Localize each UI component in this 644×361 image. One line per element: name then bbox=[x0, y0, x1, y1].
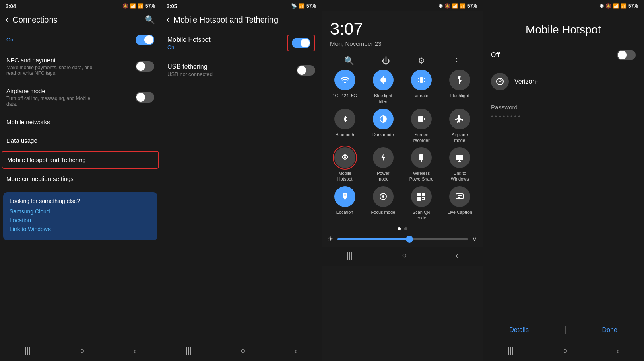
back-nav-icon-1[interactable]: ‹ bbox=[134, 346, 136, 355]
scanqr-tile-label: Scan QRcode bbox=[413, 209, 431, 221]
qs-tile-flashlight[interactable]: Flashlight bbox=[443, 70, 477, 105]
svg-rect-3 bbox=[420, 77, 423, 83]
on-toggle-item[interactable]: On bbox=[0, 29, 161, 51]
nfc-item[interactable]: NFC and payment Make mobile payments, sh… bbox=[0, 51, 161, 82]
qs-more-icon[interactable]: ⋮ bbox=[453, 56, 461, 66]
airplane-tile-label: Airplanemode bbox=[452, 132, 468, 144]
location-tile-label: Location bbox=[336, 209, 353, 215]
svg-point-32 bbox=[499, 81, 501, 82]
mh-toggle-row[interactable]: Off bbox=[483, 44, 644, 66]
mh-details-button[interactable]: Details bbox=[509, 326, 529, 334]
livecaption-tile-label: Live Caption bbox=[448, 209, 472, 215]
svg-rect-14 bbox=[456, 155, 463, 160]
hotspot-header: ‹ Mobile Hotspot and Tethering bbox=[161, 11, 322, 29]
focusmode-tile-icon bbox=[373, 186, 394, 207]
mobile-networks-item[interactable]: Mobile networks bbox=[0, 113, 161, 131]
powershare-tile-icon bbox=[411, 147, 432, 168]
hotspot-toggle-box bbox=[287, 35, 315, 51]
svg-marker-10 bbox=[381, 154, 385, 162]
status-icons-3: ✱ 🔕 📶 📶 57% bbox=[439, 3, 477, 9]
mobile-hotspot-tethering-title: Mobile Hotspot and Tethering bbox=[7, 156, 153, 163]
quick-settings-panel: ✱ 🔕 📶 📶 57% 3:07 Mon, November 23 🔍 ⏻ ⚙ … bbox=[322, 0, 483, 361]
qs-tile-screenrecorder[interactable]: Screenrecorder bbox=[405, 109, 439, 144]
qs-settings-icon[interactable]: ⚙ bbox=[418, 56, 425, 66]
mobile-hotspot-tethering-item[interactable]: Mobile Hotspot and Tethering bbox=[2, 151, 159, 169]
focusmode-tile-label: Focus mode bbox=[371, 209, 396, 215]
qs-tile-wifi[interactable]: 1CE424_5G bbox=[328, 70, 362, 105]
qs-tile-bluetooth[interactable]: Bluetooth bbox=[328, 109, 362, 144]
bluelight-tile-label: Blue lightfilter bbox=[374, 93, 392, 105]
qs-tile-powershare[interactable]: WirelessPowerShare bbox=[405, 147, 439, 182]
mh-done-button[interactable]: Done bbox=[602, 326, 617, 334]
hotspot-item-label: Mobile Hotspot bbox=[167, 36, 211, 43]
svg-marker-9 bbox=[424, 118, 426, 120]
mh-detail-toggle[interactable] bbox=[617, 50, 636, 60]
nfc-toggle[interactable] bbox=[136, 61, 154, 72]
vibrate-tile-label: Vibrate bbox=[415, 93, 429, 98]
home-icon-4[interactable]: ○ bbox=[563, 346, 568, 355]
recent-apps-icon-1[interactable]: ||| bbox=[25, 346, 31, 355]
airplane-title: Airplane mode bbox=[6, 88, 90, 94]
qs-tile-bluelight[interactable]: Blue lightfilter bbox=[366, 70, 400, 105]
home-icon-1[interactable]: ○ bbox=[80, 346, 85, 355]
qs-tile-linkwindows[interactable]: Link toWindows bbox=[443, 147, 477, 182]
more-connection-item[interactable]: More connection settings bbox=[0, 170, 161, 188]
svg-point-0 bbox=[380, 77, 386, 83]
mh-network-name: Verizon- bbox=[514, 78, 538, 85]
usb-tethering-item[interactable]: USB tethering USB not connected bbox=[161, 57, 322, 83]
recent-apps-icon-3[interactable]: ||| bbox=[347, 251, 353, 260]
data-usage-item[interactable]: Data usage bbox=[0, 131, 161, 150]
usb-tethering-toggle[interactable] bbox=[297, 65, 315, 76]
mobile-networks-title: Mobile networks bbox=[6, 119, 154, 125]
qs-power-icon[interactable]: ⏻ bbox=[382, 56, 390, 66]
samsung-cloud-link[interactable]: Samsung Cloud bbox=[10, 208, 151, 215]
qs-dots bbox=[322, 225, 483, 233]
mh-title: Mobile Hotspot bbox=[483, 11, 644, 44]
airplane-item[interactable]: Airplane mode Turn off calling, messagin… bbox=[0, 82, 161, 113]
nav-bar-2: ||| ○ ‹ bbox=[161, 342, 322, 361]
qs-time: 3:07 bbox=[322, 11, 483, 40]
recent-apps-icon-4[interactable]: ||| bbox=[508, 346, 514, 355]
qs-tile-focusmode[interactable]: Focus mode bbox=[366, 186, 400, 221]
airplane-sub: Turn off calling, messaging, and Mobiled… bbox=[6, 96, 90, 107]
hotspot-toggle[interactable] bbox=[292, 38, 310, 48]
mh-network-row[interactable]: Verizon- bbox=[483, 66, 644, 97]
airplane-toggle[interactable] bbox=[136, 92, 154, 103]
connections-title: Connections bbox=[12, 15, 145, 25]
back-button-2[interactable]: ‹ bbox=[167, 14, 169, 25]
qs-tile-airplane[interactable]: Airplanemode bbox=[443, 109, 477, 144]
search-icon-1[interactable]: 🔍 bbox=[145, 15, 155, 25]
qs-tile-darkmode[interactable]: Dark mode bbox=[366, 109, 400, 144]
qs-tile-livecaption[interactable]: Live Caption bbox=[443, 186, 477, 221]
mobile-hotspot-item[interactable]: Mobile Hotspot On bbox=[161, 29, 322, 57]
on-label: On bbox=[6, 37, 13, 43]
home-icon-3[interactable]: ○ bbox=[402, 251, 407, 260]
qs-tile-location[interactable]: Location bbox=[328, 186, 362, 221]
qs-tile-vibrate[interactable]: Vibrate bbox=[405, 70, 439, 105]
wifi-toggle[interactable] bbox=[136, 35, 154, 45]
brightness-chevron[interactable]: ∨ bbox=[472, 235, 477, 243]
back-nav-icon-3[interactable]: ‹ bbox=[456, 251, 458, 260]
linkwindows-tile-label: Link toWindows bbox=[451, 170, 469, 182]
usb-tethering-label: USB tethering bbox=[167, 63, 213, 70]
qs-date: Mon, November 23 bbox=[322, 40, 483, 53]
powermode-tile-label: Powermode bbox=[377, 170, 389, 182]
more-connection-title: More connection settings bbox=[6, 175, 154, 182]
home-icon-2[interactable]: ○ bbox=[241, 346, 246, 355]
back-nav-icon-2[interactable]: ‹ bbox=[295, 346, 297, 355]
location-link[interactable]: Location bbox=[10, 217, 151, 224]
svg-rect-8 bbox=[418, 116, 423, 122]
brightness-slider[interactable] bbox=[337, 238, 468, 240]
back-button-1[interactable]: ‹ bbox=[6, 14, 8, 25]
qs-tile-scanqr[interactable]: Scan QRcode bbox=[405, 186, 439, 221]
mh-actions-divider bbox=[565, 326, 566, 334]
svg-rect-27 bbox=[422, 199, 425, 200]
recent-apps-icon-2[interactable]: ||| bbox=[186, 346, 192, 355]
nav-bar-3: ||| ○ ‹ bbox=[322, 247, 483, 266]
link-to-windows-link[interactable]: Link to Windows bbox=[10, 226, 151, 232]
qs-tile-powermode[interactable]: Powermode bbox=[366, 147, 400, 182]
qs-search-icon[interactable]: 🔍 bbox=[344, 56, 354, 66]
hotspot-panel: 3:05 📡 📶 57% ‹ Mobile Hotspot and Tether… bbox=[161, 0, 322, 361]
back-nav-icon-4[interactable]: ‹ bbox=[617, 346, 619, 355]
qs-tile-mobilehotspot[interactable]: MobileHotspot bbox=[328, 147, 362, 182]
